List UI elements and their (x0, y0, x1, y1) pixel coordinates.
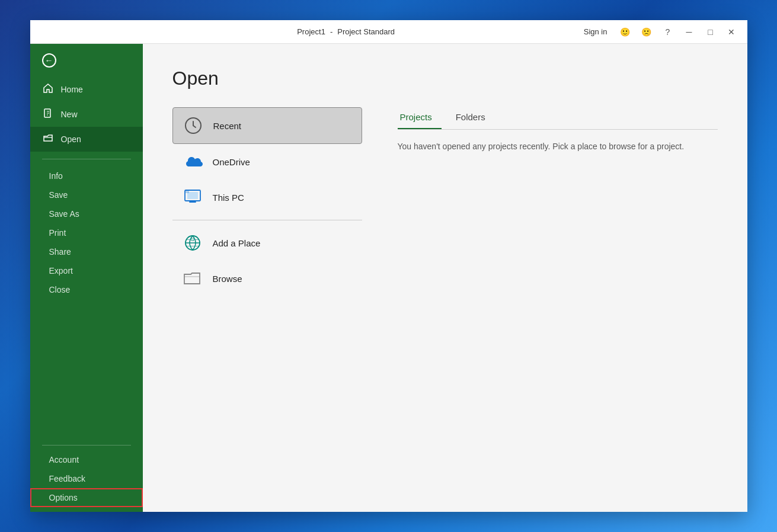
save-as-label: Save As (49, 209, 79, 219)
tab-folders[interactable]: Folders (453, 107, 495, 129)
export-label: Export (49, 266, 73, 275)
info-label: Info (49, 171, 63, 181)
sidebar-item-export[interactable]: Export (30, 261, 143, 280)
right-panel: Projects Folders You haven't opened any … (398, 107, 718, 488)
page-title: Open (172, 68, 718, 89)
sign-in-link[interactable]: Sign in (584, 27, 607, 36)
sidebar-item-share[interactable]: Share (30, 242, 143, 261)
location-add-place[interactable]: Add a Place (172, 225, 362, 261)
title-bar-center: Project1 - Project Standard (297, 27, 395, 36)
location-recent-label: Recent (213, 121, 242, 131)
close-label: Close (49, 285, 71, 294)
main-content: ← Home (30, 44, 747, 512)
close-button[interactable]: ✕ (723, 24, 740, 40)
new-icon (42, 108, 54, 121)
sidebar-item-options[interactable]: Options (30, 488, 143, 507)
location-add-place-label: Add a Place (213, 238, 261, 248)
sidebar-nav: Home New (30, 77, 143, 440)
globe-icon (182, 232, 203, 254)
open-icon (42, 133, 54, 146)
sidebar-item-account[interactable]: Account (30, 450, 143, 469)
sidebar-item-home-label: Home (61, 85, 83, 94)
maximize-button[interactable]: □ (702, 24, 718, 40)
minimize-button[interactable]: ─ (680, 24, 697, 40)
emoji-sad-button[interactable]: 🙁 (638, 24, 654, 40)
sidebar-item-print[interactable]: Print (30, 223, 143, 242)
back-icon: ← (42, 53, 56, 68)
browse-folder-icon (182, 268, 203, 289)
print-label: Print (49, 228, 66, 238)
sidebar-item-new-label: New (61, 110, 78, 119)
location-browse-label: Browse (213, 274, 242, 284)
sidebar-item-new[interactable]: New (30, 102, 143, 127)
options-label: Options (49, 493, 78, 502)
emoji-happy-button[interactable]: 🙂 (616, 24, 633, 40)
onedrive-icon (182, 151, 203, 172)
window-title: Project1 (297, 27, 325, 36)
sidebar-item-home[interactable]: Home (30, 77, 143, 102)
open-body: Recent OneDrive (172, 107, 718, 488)
location-onedrive[interactable]: OneDrive (172, 144, 362, 180)
sidebar-item-open[interactable]: Open (30, 127, 143, 152)
sidebar-item-feedback[interactable]: Feedback (30, 469, 143, 488)
location-this-pc-label: This PC (213, 193, 244, 203)
clock-icon (183, 115, 204, 136)
location-separator (172, 220, 362, 220)
sidebar-item-save[interactable]: Save (30, 185, 143, 204)
location-onedrive-label: OneDrive (213, 157, 250, 167)
title-separator: - (330, 27, 332, 36)
empty-state-message: You haven't opened any projects recently… (398, 142, 718, 151)
location-browse[interactable]: Browse (172, 261, 362, 296)
sidebar-item-save-as[interactable]: Save As (30, 204, 143, 223)
feedback-label: Feedback (49, 474, 85, 483)
home-icon (42, 83, 54, 96)
sidebar-divider-2 (42, 445, 131, 446)
sidebar-divider-1 (42, 159, 131, 159)
title-bar: Project1 - Project Standard Sign in 🙂 🙁 … (30, 20, 747, 44)
back-button[interactable]: ← (30, 44, 143, 77)
save-label: Save (49, 190, 68, 200)
tab-projects[interactable]: Projects (398, 107, 442, 129)
sidebar-item-open-label: Open (61, 134, 81, 144)
this-pc-icon (182, 187, 203, 208)
sidebar-item-close[interactable]: Close (30, 280, 143, 299)
app-name: Project Standard (337, 27, 395, 36)
sidebar-item-info[interactable]: Info (30, 166, 143, 185)
location-this-pc[interactable]: This PC (172, 180, 362, 215)
location-list: Recent OneDrive (172, 107, 362, 488)
help-button[interactable]: ? (659, 24, 676, 40)
account-label: Account (49, 455, 79, 464)
application-window: Project1 - Project Standard Sign in 🙂 🙁 … (30, 20, 747, 512)
sidebar-bottom: Account Feedback Options (30, 440, 143, 512)
location-recent[interactable]: Recent (172, 107, 362, 144)
share-label: Share (49, 247, 71, 257)
svg-rect-4 (186, 191, 189, 193)
title-bar-controls: Sign in 🙂 🙁 ? ─ □ ✕ (584, 24, 740, 40)
sidebar: ← Home (30, 44, 143, 512)
content-area: Open Recent (143, 44, 747, 512)
tabs-row: Projects Folders (398, 107, 718, 130)
